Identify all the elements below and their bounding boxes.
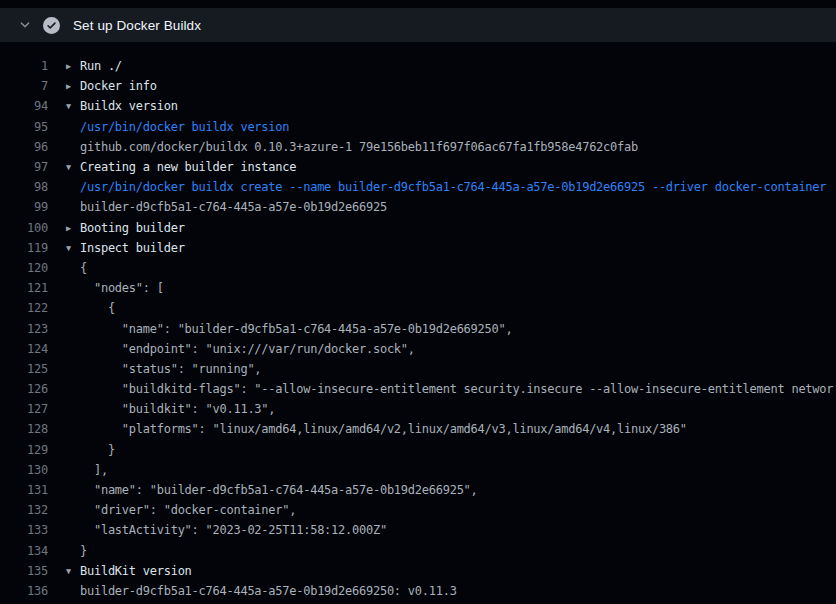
log-text: "platforms": "linux/amd64,linux/amd64/v2… [80,422,687,436]
group-expanded-icon[interactable]: ▼ [66,238,80,258]
log-text: "name": "builder-d9cfb5a1-c764-445a-a57e… [80,322,512,336]
chevron-down-icon[interactable] [18,18,32,32]
log-text: "lastActivity": "2023-02-25T11:58:12.000… [80,523,387,537]
log-line[interactable]: 94▼Buildx version [0,96,836,116]
log-text: "endpoint": "unix:///var/run/docker.sock… [80,342,415,356]
line-number[interactable]: 126 [0,382,48,396]
line-number[interactable]: 1 [0,59,48,73]
line-number[interactable]: 99 [0,200,48,214]
log-text: github.com/docker/buildx 0.10.3+azure-1 … [80,140,638,154]
log-area: 1▶Run ./7▶Docker info94▼Buildx version95… [0,42,836,601]
log-line[interactable]: 119▼Inspect builder [0,238,836,258]
log-text: } [80,443,115,457]
log-line: 129 } [0,440,836,460]
group-collapsed-icon[interactable]: ▶ [66,218,80,238]
log-line: 131 "name": "builder-d9cfb5a1-c764-445a-… [0,480,836,500]
line-number[interactable]: 129 [0,443,48,457]
log-text: { [80,261,87,275]
line-number[interactable]: 128 [0,422,48,436]
log-text: "name": "builder-d9cfb5a1-c764-445a-a57e… [80,483,478,497]
group-title[interactable]: Docker info [80,79,157,93]
line-number[interactable]: 94 [0,99,48,113]
log-text: "driver": "docker-container", [80,503,296,517]
log-lines: 1▶Run ./7▶Docker info94▼Buildx version95… [0,56,836,601]
line-number[interactable]: 100 [0,221,48,235]
log-text: "buildkitd-flags": "--allow-insecure-ent… [80,382,833,396]
log-line[interactable]: 135▼BuildKit version [0,561,836,581]
log-line: 125 "status": "running", [0,359,836,379]
line-number[interactable]: 123 [0,322,48,336]
log-line: 130 ], [0,460,836,480]
log-line[interactable]: 100▶Booting builder [0,218,836,238]
line-number[interactable]: 119 [0,241,48,255]
log-line: 95/usr/bin/docker buildx version [0,117,836,137]
log-line: 122 { [0,298,836,318]
line-number[interactable]: 136 [0,584,48,598]
command-text: /usr/bin/docker buildx version [80,120,289,134]
log-text: } [80,544,87,558]
group-collapsed-icon[interactable]: ▶ [66,76,80,96]
step-header[interactable]: Set up Docker Buildx [0,8,836,42]
line-number[interactable]: 95 [0,120,48,134]
check-circle-icon [43,17,60,34]
group-title[interactable]: Buildx version [80,99,178,113]
log-text: { [80,301,115,315]
line-number[interactable]: 124 [0,342,48,356]
log-line: 98/usr/bin/docker buildx create --name b… [0,177,836,197]
log-line: 126 "buildkitd-flags": "--allow-insecure… [0,379,836,399]
line-number[interactable]: 125 [0,362,48,376]
group-title[interactable]: Creating a new builder instance [80,160,296,174]
group-expanded-icon[interactable]: ▼ [66,96,80,116]
line-number[interactable]: 132 [0,503,48,517]
log-text: builder-d9cfb5a1-c764-445a-a57e-0b19d2e6… [80,584,457,598]
log-text: "nodes": [ [80,281,164,295]
group-collapsed-icon[interactable]: ▶ [66,56,80,76]
line-number[interactable]: 127 [0,402,48,416]
line-number[interactable]: 97 [0,160,48,174]
log-line: 127 "buildkit": "v0.11.3", [0,399,836,419]
log-line[interactable]: 97▼Creating a new builder instance [0,157,836,177]
log-line: 136builder-d9cfb5a1-c764-445a-a57e-0b19d… [0,581,836,601]
log-line: 124 "endpoint": "unix:///var/run/docker.… [0,339,836,359]
log-line: 123 "name": "builder-d9cfb5a1-c764-445a-… [0,318,836,338]
log-line[interactable]: 1▶Run ./ [0,56,836,76]
line-number[interactable]: 133 [0,523,48,537]
line-number[interactable]: 135 [0,564,48,578]
line-number[interactable]: 96 [0,140,48,154]
group-title[interactable]: BuildKit version [80,564,192,578]
group-expanded-icon[interactable]: ▼ [66,157,80,177]
line-number[interactable]: 98 [0,180,48,194]
log-line: 96github.com/docker/buildx 0.10.3+azure-… [0,137,836,157]
log-line: 134} [0,541,836,561]
step-title: Set up Docker Buildx [73,18,201,33]
log-line: 133 "lastActivity": "2023-02-25T11:58:12… [0,520,836,540]
line-number[interactable]: 7 [0,79,48,93]
group-title[interactable]: Booting builder [80,221,185,235]
line-number[interactable]: 122 [0,301,48,315]
log-text: ], [80,463,108,477]
log-text: "status": "running", [80,362,261,376]
group-expanded-icon[interactable]: ▼ [66,561,80,581]
line-number[interactable]: 130 [0,463,48,477]
log-line[interactable]: 7▶Docker info [0,76,836,96]
line-number[interactable]: 120 [0,261,48,275]
log-text: "buildkit": "v0.11.3", [80,402,275,416]
group-title[interactable]: Run ./ [80,59,122,73]
log-line: 99builder-d9cfb5a1-c764-445a-a57e-0b19d2… [0,197,836,217]
group-title[interactable]: Inspect builder [80,241,185,255]
log-text: builder-d9cfb5a1-c764-445a-a57e-0b19d2e6… [80,200,387,214]
command-text: /usr/bin/docker buildx create --name bui… [80,180,826,194]
line-number[interactable]: 131 [0,483,48,497]
log-line: 128 "platforms": "linux/amd64,linux/amd6… [0,419,836,439]
log-line: 121 "nodes": [ [0,278,836,298]
log-line: 132 "driver": "docker-container", [0,500,836,520]
line-number[interactable]: 121 [0,281,48,295]
line-number[interactable]: 134 [0,544,48,558]
log-line: 120{ [0,258,836,278]
